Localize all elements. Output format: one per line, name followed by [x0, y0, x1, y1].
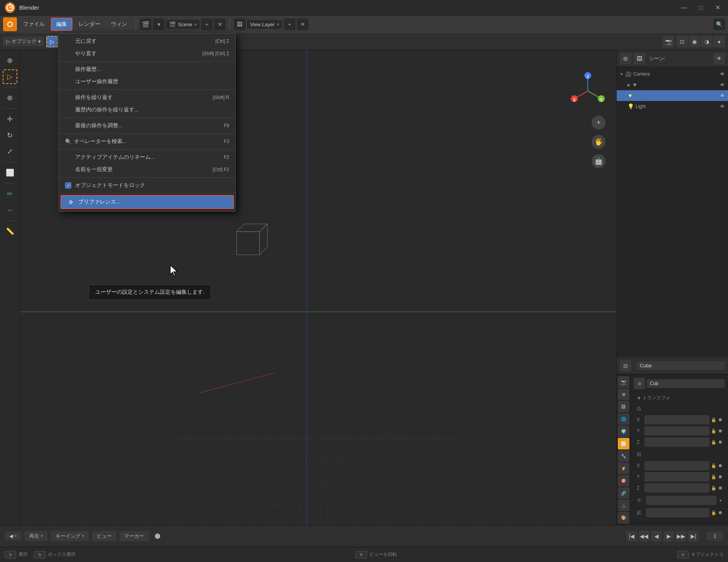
keying-btn[interactable]: キーイング ▾: [51, 531, 89, 541]
search-button[interactable]: 🔍: [713, 19, 725, 30]
mode-selector[interactable]: ▷ オブジェク ▾: [3, 37, 44, 46]
world-props-btn[interactable]: 🌍: [618, 426, 629, 437]
edit-menu[interactable]: 編集: [51, 18, 72, 31]
pan-btn[interactable]: 🤖: [592, 154, 606, 168]
redo-item[interactable]: やり直す [Shift] [Ctrl] Z: [59, 47, 235, 60]
batch-rename-item[interactable]: 名前を一括変更 [Ctrl] F2: [59, 163, 235, 176]
solid-btn[interactable]: ◉: [689, 36, 700, 47]
prev-frame-btn[interactable]: ◀: [651, 531, 662, 542]
operator-search-item[interactable]: 🔍 オペレーターを検索... F3: [59, 135, 235, 148]
jump-end-btn[interactable]: ▶|: [688, 531, 699, 542]
material-props-btn[interactable]: 🎨: [618, 512, 629, 523]
user-history-item[interactable]: ユーザー操作履歴: [59, 76, 235, 88]
output-props-btn[interactable]: 🖥: [618, 389, 629, 400]
frame-counter[interactable]: 1: [706, 532, 723, 540]
next-frame-btn[interactable]: ▶▶: [676, 531, 686, 542]
viewlayer-add-btn[interactable]: +: [284, 19, 295, 30]
pos-y-lock[interactable]: 🔓: [711, 429, 716, 434]
scene-props-btn[interactable]: 🌐: [618, 413, 629, 425]
layout-icon-btn[interactable]: ⊟: [620, 360, 631, 372]
window-menu[interactable]: ウィン: [106, 19, 132, 30]
rot-x-field[interactable]: [644, 461, 710, 470]
rot-z-lock[interactable]: 🔓: [711, 486, 716, 491]
active-item-eye[interactable]: 👁: [720, 93, 725, 99]
outliner-collection[interactable]: ▼ 🎥 Camera 👁: [617, 69, 728, 79]
prev-keyframe-btn[interactable]: ◀◀: [639, 531, 649, 542]
pos-z-field[interactable]: [644, 437, 710, 447]
object-props-btn[interactable]: ⬜: [618, 438, 629, 449]
view-btn[interactable]: ビュー: [92, 531, 116, 541]
render-menu[interactable]: レンダー: [74, 19, 105, 30]
data-props-btn[interactable]: △: [618, 500, 629, 511]
outliner-camera[interactable]: ▶ ▼ 👁: [617, 79, 728, 90]
view-layer-props-btn[interactable]: 🖼: [618, 401, 629, 412]
rot-y-field[interactable]: [644, 472, 710, 481]
maximize-button[interactable]: □: [696, 3, 706, 12]
render-btn[interactable]: ●: [713, 36, 725, 47]
layout2-icon-btn[interactable]: ⊟: [634, 378, 645, 389]
lock-mode-item[interactable]: ✓ オブジェクトモードをロック: [59, 179, 235, 192]
camera-view-btn[interactable]: 📷: [663, 36, 674, 47]
pos-z-lock[interactable]: 🔓: [711, 440, 716, 445]
zoom-out-btn[interactable]: 🖐: [592, 135, 606, 149]
viewlayer-icon[interactable]: 🖼: [234, 19, 245, 30]
camera-eye-icon[interactable]: 👁: [720, 82, 725, 88]
light-eye-icon[interactable]: 👁: [720, 104, 725, 109]
pos-x-lock[interactable]: 🔓: [711, 417, 716, 422]
rot-x-lock[interactable]: 🔓: [711, 463, 716, 468]
outliner-light[interactable]: 💡 Light 👁: [617, 101, 728, 112]
annotate-btn[interactable]: ✏: [3, 187, 17, 201]
minimize-button[interactable]: —: [678, 3, 690, 12]
adjust-last-item[interactable]: 最後の操作を調整... F9: [59, 119, 235, 132]
repeat-history-item[interactable]: 履歴内の操作を繰り返す...: [59, 104, 235, 116]
zoom-in-btn[interactable]: +: [592, 116, 606, 130]
outliner-active-item[interactable]: ▼ 👁: [617, 90, 728, 101]
outliner-layout-btn[interactable]: ⊞: [620, 53, 631, 64]
lm-btn[interactable]: ◑: [701, 36, 713, 47]
repeat-last-item[interactable]: 操作を繰り返す [Shift] R: [59, 91, 235, 104]
play-btn[interactable]: ▶: [663, 531, 674, 542]
file-menu[interactable]: ファイル: [18, 19, 49, 30]
transform-btn[interactable]: ⬜: [3, 165, 17, 180]
measure-btn[interactable]: ↔: [3, 203, 17, 217]
snap-cursor-btn[interactable]: ⊕: [3, 53, 17, 68]
ruler-btn[interactable]: 📏: [3, 224, 17, 239]
nav-left-btn[interactable]: ◀ ▾: [5, 532, 22, 540]
eye-icon[interactable]: 👁: [720, 71, 725, 77]
outliner-eye-btn[interactable]: 👁: [713, 53, 725, 64]
select-btn[interactable]: ▷: [3, 69, 17, 84]
viewlayer-remove-btn[interactable]: ✕: [297, 19, 309, 30]
scale-dropdown[interactable]: [646, 496, 716, 505]
viewlayer-selector[interactable]: View Layer ▾: [247, 20, 282, 29]
constraints-props-btn[interactable]: 🔗: [618, 487, 629, 499]
particles-props-btn[interactable]: ⚡: [618, 463, 629, 474]
outliner-type-btn[interactable]: 🖼: [634, 53, 645, 64]
move-btn[interactable]: ✛: [3, 112, 17, 126]
scene-add-btn[interactable]: +: [201, 19, 213, 30]
scene-arrow[interactable]: ▾: [153, 19, 164, 30]
render-props-btn[interactable]: 📷: [618, 376, 629, 388]
rot-z-field[interactable]: [644, 483, 710, 493]
marker-btn[interactable]: マーカー: [119, 531, 149, 541]
select-tool-btn[interactable]: ▷: [46, 36, 58, 47]
wireframe-btn[interactable]: ⊡: [676, 36, 688, 47]
modifier-props-btn[interactable]: 🔧: [618, 450, 629, 462]
jump-start-btn[interactable]: |◀: [626, 531, 637, 542]
rot-y-lock[interactable]: 🔓: [711, 475, 716, 480]
expand-lock[interactable]: 🔓: [711, 510, 716, 515]
cursor-btn[interactable]: ⊕: [3, 91, 17, 105]
scale-btn[interactable]: ⤢: [3, 144, 17, 159]
undo-history-item[interactable]: 操作履歴...: [59, 63, 235, 76]
rename-active-item[interactable]: アクティブアイテムのリネーム... F2: [59, 151, 235, 163]
scene-type-icon[interactable]: 🎬: [140, 19, 151, 30]
lock-mode-checkbox[interactable]: ✓: [65, 182, 71, 188]
scene-remove-btn[interactable]: ✕: [214, 19, 226, 30]
preferences-item[interactable]: ⚙ プリファレンス...: [60, 195, 234, 209]
scene-selector[interactable]: 🎬 Scene ▾: [166, 20, 200, 29]
playback-btn[interactable]: 再生 ▾: [25, 531, 48, 541]
rotate-btn[interactable]: ↻: [3, 128, 17, 143]
pos-x-field[interactable]: [644, 415, 710, 424]
object-name-field[interactable]: Cub: [647, 379, 725, 388]
undo-item[interactable]: 元に戻す [Ctrl] Z: [59, 35, 235, 47]
expand-field[interactable]: [646, 508, 710, 517]
